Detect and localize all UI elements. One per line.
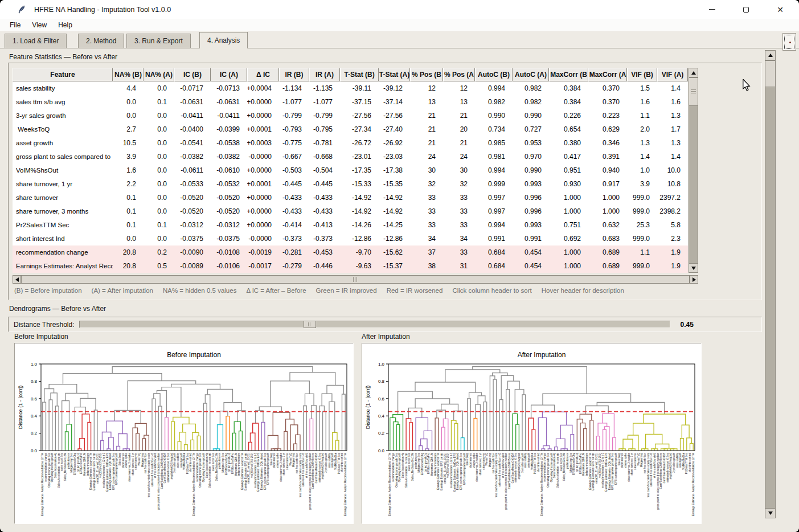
menu-item-file[interactable]: File — [5, 20, 26, 30]
mouse-cursor — [742, 79, 751, 92]
column-header-9[interactable]: T-Stat (A) — [379, 68, 410, 81]
value-cell: 1.000 — [549, 259, 588, 273]
column-header-16[interactable]: VIF (B) — [627, 68, 657, 81]
table-row[interactable]: Pr2SalesTTM Sec0.10.1-0.0312-0.0312+0.00… — [13, 218, 688, 232]
column-header-3[interactable]: IC (B) — [174, 68, 211, 81]
value-cell: 0.454 — [513, 259, 549, 273]
svg-text:volume spike: volume spike — [125, 453, 128, 468]
value-cell: 21 — [410, 136, 443, 150]
window-scroll-thumb[interactable] — [765, 60, 776, 87]
table-row[interactable]: share turnover, 1 yr2.20.0-0.0533-0.0532… — [13, 177, 688, 191]
table-row[interactable]: gross plant to sales compared to3.90.0-0… — [13, 150, 688, 163]
svg-text:sales stability: sales stability — [524, 452, 527, 468]
svg-text:recommendation change: recommendation change — [196, 453, 199, 482]
svg-text:Sales_NetSalesGro12M: Sales_NetSalesGro12M — [215, 453, 218, 481]
table-row[interactable]: short interest Ind0.00.0-0.0375-0.0375-0… — [13, 232, 688, 245]
table-row[interactable]: sales stability4.40.0-0.0717-0.0713+0.00… — [13, 81, 688, 95]
column-header-13[interactable]: AutoC (A) — [513, 68, 549, 81]
svg-text:Earnings Estimates: StdDev EPS: Earnings Estimates: StdDev EPS — [106, 453, 109, 492]
table-row[interactable]: share turnover0.10.0-0.0520-0.0520+0.000… — [13, 191, 688, 204]
slider-handle[interactable] — [304, 321, 316, 328]
value-cell: 0.654 — [549, 122, 588, 136]
svg-text:0.0: 0.0 — [378, 448, 385, 453]
value-cell: 0.951 — [549, 163, 588, 177]
notebook-corner-button[interactable] — [782, 33, 796, 51]
table-hscroll-thumb[interactable] — [21, 275, 690, 284]
value-cell: -0.0382 — [174, 150, 211, 163]
svg-text:free cash flow yield minus equ: free cash flow yield minus equity costs — [495, 452, 498, 497]
column-header-0[interactable]: Feature — [13, 68, 113, 81]
window-scroll-up-button[interactable] — [765, 50, 776, 60]
table-row[interactable]: sales ttm s/b avg0.00.1-0.0631-0.0631+0.… — [13, 95, 688, 109]
value-cell: -0.0520 — [211, 191, 247, 204]
feature-name-cell: short interest Ind — [13, 232, 113, 245]
value-cell: -39.12 — [379, 81, 410, 95]
svg-text:Pr2SalesTTM Sec: Pr2SalesTTM Sec — [685, 452, 688, 474]
minimize-button[interactable] — [703, 2, 720, 18]
table-row[interactable]: recommendation change20.80.2-0.0090-0.01… — [13, 245, 688, 259]
close-button[interactable]: ✕ — [772, 2, 789, 18]
value-cell: 33 — [443, 218, 475, 232]
menu-item-help[interactable]: Help — [53, 20, 77, 30]
column-header-15[interactable]: MaxCorr (A — [588, 68, 627, 81]
arrow-down-icon — [768, 511, 773, 515]
svg-text:0.4: 0.4 — [378, 414, 385, 419]
table-row[interactable]: WeeksToQ2.70.0-0.0400-0.0399+0.0001-0.79… — [13, 122, 688, 136]
value-cell: -14.92 — [340, 191, 379, 204]
tab-3-run-export[interactable]: 3. Run & Export — [126, 34, 191, 48]
table-row[interactable]: share turnover, 3 months0.10.0-0.0520-0.… — [13, 204, 688, 218]
svg-text:Sales Acceleration 4q: Sales Acceleration 4q — [54, 453, 57, 478]
value-cell: 13 — [443, 95, 475, 109]
table-scroll-down-button[interactable] — [689, 263, 698, 273]
table-row[interactable]: Earnings Estimates: Analyst Reco20.80.5-… — [13, 259, 688, 273]
column-header-7[interactable]: IR (A) — [309, 68, 340, 81]
value-cell: 32 — [443, 177, 475, 191]
column-header-4[interactable]: IC (A) — [211, 68, 247, 81]
column-header-5[interactable]: Δ IC — [247, 68, 279, 81]
value-cell: -15.37 — [379, 259, 410, 273]
table-scroll-right-button[interactable] — [690, 275, 698, 284]
value-cell: -0.0089 — [174, 259, 211, 273]
distance-threshold-slider[interactable] — [79, 321, 670, 328]
table-scroll-up-button[interactable] — [689, 68, 698, 77]
column-header-6[interactable]: IR (B) — [279, 68, 309, 81]
column-header-8[interactable]: T-Stat (B) — [340, 68, 379, 81]
svg-text:share turnover: share turnover — [134, 453, 137, 470]
value-cell: -0.0375 — [211, 232, 247, 245]
value-cell: 31 — [443, 259, 475, 273]
column-header-17[interactable]: VIF (A) — [657, 68, 688, 81]
maximize-button[interactable] — [737, 2, 755, 18]
tab-4-analysis[interactable]: 4. Analysis — [199, 32, 248, 48]
table-scroll-left-button[interactable] — [13, 275, 21, 284]
menu-item-view[interactable]: View — [27, 20, 52, 30]
value-cell: 0.689 — [588, 259, 627, 273]
value-cell: 30 — [443, 163, 475, 177]
value-cell: 0.982 — [475, 95, 513, 109]
column-header-10[interactable]: % Pos (B — [410, 68, 443, 81]
column-header-12[interactable]: AutoC (B) — [475, 68, 513, 81]
column-header-14[interactable]: MaxCorr (B — [549, 68, 588, 81]
value-cell: -27.56 — [379, 109, 410, 122]
tab-2-method[interactable]: 2. Method — [78, 34, 124, 48]
value-cell: 0.990 — [513, 109, 549, 122]
distance-threshold-frame: Distance Threshold: 0.45 — [8, 317, 762, 332]
after-dendrogram-panel: 0.00.20.40.60.81.0Distance (1 - |corr|)A… — [362, 343, 701, 523]
svg-text:WeeksToQ: WeeksToQ — [138, 453, 141, 466]
value-cell: -12.86 — [379, 232, 410, 245]
column-header-1[interactable]: NA% (B) — [113, 68, 144, 81]
table-scroll-thumb[interactable] — [689, 77, 698, 106]
table-row[interactable]: 3-yr sales growth0.00.0-0.0411-0.0411+0.… — [13, 109, 688, 122]
svg-text:sales stability: sales stability — [177, 452, 179, 468]
value-cell: 0.990 — [475, 109, 513, 122]
window-scroll-down-button[interactable] — [765, 508, 776, 518]
window-vertical-scrollbar[interactable] — [765, 50, 776, 518]
tab-1-load-filter[interactable]: 1. Load & Filter — [5, 34, 67, 48]
value-cell: 1.4 — [627, 150, 657, 163]
column-header-11[interactable]: % Pos (A — [443, 68, 475, 81]
column-header-2[interactable]: NA% (A) — [144, 68, 174, 81]
value-cell: -0.446 — [309, 259, 340, 273]
table-row[interactable]: asset growth10.50.0-0.0541-0.0538+0.0003… — [13, 136, 688, 150]
value-cell: 1.000 — [588, 204, 627, 218]
value-cell: 0.0 — [144, 191, 174, 204]
table-row[interactable]: VolM%ShsOut1.60.0-0.0611-0.0610+0.0000-0… — [13, 163, 688, 177]
